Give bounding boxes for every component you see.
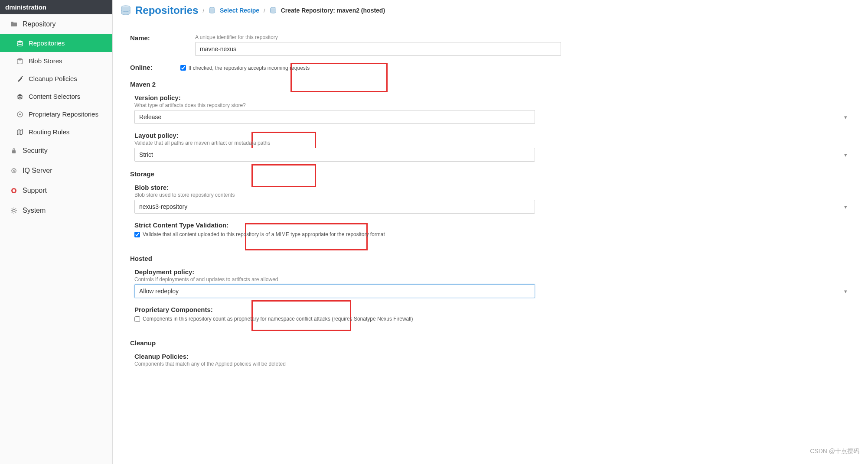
breadcrumb-separator: /: [264, 7, 265, 14]
version-policy-select[interactable]: [134, 110, 535, 124]
layout-policy-label: Layout policy:: [134, 132, 851, 139]
section-cleanup: Cleanup: [130, 339, 851, 347]
field-blob-store: Blob store: Blob store used to store rep…: [134, 184, 851, 214]
field-strict-validation: Strict Content Type Validation: Validate…: [134, 221, 851, 237]
section-hosted: Hosted: [130, 255, 851, 262]
database-icon: [16, 40, 23, 46]
strict-validation-checkbox[interactable]: [134, 232, 140, 237]
chevron-down-icon: ▾: [844, 152, 847, 158]
sidebar-section-label: System: [23, 207, 46, 214]
strict-validation-label: Strict Content Type Validation:: [134, 221, 851, 229]
svg-line-18: [12, 208, 13, 209]
cleanup-policies-hint: Components that match any of the Applied…: [134, 361, 851, 367]
sidebar-item-blob-stores[interactable]: Blob Stores: [0, 52, 112, 70]
proprietary-checkbox[interactable]: [134, 316, 140, 322]
sidebar-item-repositories[interactable]: Repositories: [0, 34, 112, 52]
sidebar-item-content-selectors[interactable]: Content Selectors: [0, 88, 112, 105]
proprietary-hint: Components in this repository count as p…: [143, 316, 413, 322]
online-hint: If checked, the repository accepts incom…: [189, 65, 310, 71]
watermark: CSDN @十点摆码: [810, 448, 859, 455]
breadcrumb: Repositories / Select Recipe / Create Re…: [113, 0, 868, 21]
blob-store-hint: Blob store used to store repository cont…: [134, 192, 851, 198]
field-cleanup-policies: Cleanup Policies: Components that match …: [134, 353, 851, 367]
version-policy-hint: What type of artifacts does this reposit…: [134, 102, 851, 108]
chevron-down-icon: ▾: [844, 288, 847, 295]
cleanup-policies-label: Cleanup Policies:: [134, 353, 851, 360]
chevron-down-icon: ▾: [844, 114, 847, 120]
online-label: Online:: [130, 64, 153, 71]
section-maven2: Maven 2: [130, 81, 851, 88]
sidebar-item-label: Repositories: [29, 39, 65, 47]
breadcrumb-link-select-recipe[interactable]: Select Recipe: [220, 7, 259, 14]
deployment-policy-label: Deployment policy:: [134, 268, 851, 276]
page-title: Repositories: [135, 4, 198, 16]
svg-line-20: [12, 212, 13, 213]
sidebar-section-security[interactable]: Security: [0, 141, 112, 161]
breadcrumb-current: Create Repository: maven2 (hosted): [281, 7, 385, 14]
sidebar: dministration Repository Repositories Bl…: [0, 0, 113, 464]
name-input[interactable]: [195, 42, 561, 56]
sidebar-item-cleanup[interactable]: Cleanup Policies: [0, 70, 112, 88]
proprietary-icon: [16, 111, 23, 117]
svg-point-12: [13, 189, 15, 192]
section-storage: Storage: [130, 170, 851, 178]
map-icon: [16, 129, 23, 135]
sidebar-item-proprietary[interactable]: Proprietary Repositories: [0, 105, 112, 123]
sidebar-header: dministration: [0, 0, 112, 14]
sidebar-section-system[interactable]: System: [0, 201, 112, 221]
sidebar-item-routing[interactable]: Routing Rules: [0, 123, 112, 141]
svg-line-21: [16, 208, 16, 209]
svg-rect-0: [11, 23, 17, 26]
field-version-policy: Version policy: What type of artifacts d…: [134, 94, 851, 124]
lock-icon: [10, 148, 17, 154]
name-hint: A unique identifier for this repository: [195, 34, 851, 40]
svg-rect-9: [12, 150, 16, 153]
sidebar-item-label: Blob Stores: [29, 57, 62, 65]
sidebar-item-label: Proprietary Repositories: [29, 110, 98, 118]
layers-icon: [16, 94, 23, 100]
sidebar-item-label: Content Selectors: [29, 93, 80, 100]
sidebar-section-label: Repository: [23, 20, 55, 28]
chevron-down-icon: ▾: [844, 204, 847, 210]
field-layout-policy: Layout policy: Validate that all paths a…: [134, 132, 851, 162]
field-proprietary: Proprietary Components: Components in th…: [134, 306, 851, 322]
strict-validation-hint: Validate that all content uploaded to th…: [143, 231, 385, 237]
folder-icon: [10, 21, 17, 28]
deployment-policy-select[interactable]: [134, 284, 535, 298]
database-icon: [209, 7, 215, 14]
svg-point-13: [13, 209, 15, 212]
layout-policy-hint: Validate that all paths are maven artifa…: [134, 140, 851, 146]
sidebar-section-support[interactable]: Support: [0, 181, 112, 201]
sidebar-section-repository[interactable]: Repository: [0, 14, 112, 34]
database-icon: [270, 7, 277, 14]
database-icon: [16, 58, 23, 64]
blob-store-select[interactable]: [134, 200, 535, 214]
svg-rect-4: [20, 76, 23, 78]
sidebar-section-iq[interactable]: IQ Server: [0, 161, 112, 181]
sidebar-section-label: Support: [23, 187, 47, 195]
iq-icon: [10, 168, 17, 174]
life-ring-icon: [10, 188, 17, 194]
svg-point-2: [17, 40, 23, 42]
brush-icon: [16, 76, 23, 82]
breadcrumb-separator: /: [202, 7, 204, 14]
online-checkbox[interactable]: [180, 65, 186, 71]
version-policy-label: Version policy:: [134, 94, 851, 101]
sidebar-section-label: Security: [23, 147, 48, 155]
field-name: Name: A unique identifier for this repos…: [130, 34, 851, 56]
proprietary-label: Proprietary Components:: [134, 306, 851, 313]
sidebar-item-label: Routing Rules: [29, 128, 69, 136]
deployment-policy-hint: Controls if deployments of and updates t…: [134, 276, 851, 282]
sidebar-section-label: IQ Server: [23, 167, 52, 175]
layout-policy-select[interactable]: [134, 148, 535, 162]
svg-point-6: [19, 114, 21, 115]
blob-store-label: Blob store:: [134, 184, 851, 191]
gear-icon: [10, 208, 17, 214]
field-online: Online: If checked, the repository accep…: [130, 64, 851, 72]
svg-line-19: [16, 212, 16, 213]
name-label: Name:: [130, 34, 165, 42]
svg-point-3: [17, 58, 23, 60]
database-icon: [121, 5, 131, 16]
sidebar-item-label: Cleanup Policies: [29, 75, 77, 82]
main-content: Repositories / Select Recipe / Create Re…: [113, 0, 868, 464]
